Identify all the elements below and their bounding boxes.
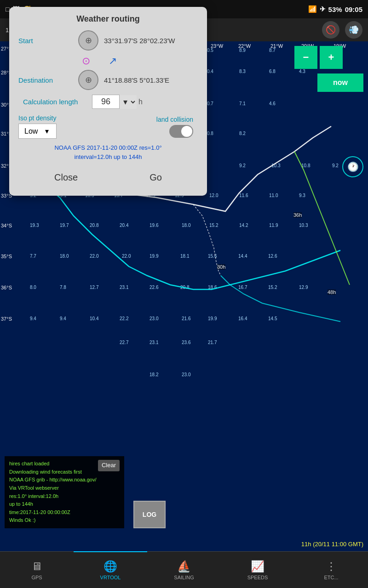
status-right: 📶 ✈ 53% 09:05	[308, 5, 362, 13]
land-collision-section: land collision	[156, 116, 198, 138]
nav-speeds-label: SPEEDS	[247, 575, 268, 580]
start-coord: 33°31.97'S 28°02.23'W	[104, 37, 175, 45]
wind-icon[interactable]: 💨	[345, 21, 362, 39]
console-line-7: time:2017-11-20 00:00:00Z	[9, 509, 120, 517]
console-line-8: Winds Ok :)	[9, 516, 120, 525]
speeds-icon: 📈	[251, 560, 264, 573]
weather-routing-dialog: Weather routing Start ⊕ 33°31.97'S 28°02…	[9, 7, 207, 196]
clock-button[interactable]: 🕐	[342, 156, 363, 177]
clock-text: 09:05	[345, 6, 362, 13]
nav-gps-label: GPS	[31, 575, 42, 580]
airplane-icon: ✈	[320, 5, 326, 13]
destination-row: Destination ⊕ 41°18.88'S 5°01.33'E	[18, 70, 198, 90]
calc-length-dropdown[interactable]: ▾	[120, 95, 137, 109]
close-button[interactable]: Close	[36, 169, 96, 187]
nav-sailing[interactable]: ⛵ SAILING	[147, 551, 221, 588]
nav-etc[interactable]: ⋮ ETC...	[294, 551, 368, 588]
iso-density-section: Iso pt density Low ▾	[18, 114, 57, 139]
iso-density-dropdown[interactable]: Low ▾	[18, 124, 57, 139]
iso-density-label: Iso pt density	[18, 114, 57, 122]
nav-speeds[interactable]: 📈 SPEEDS	[221, 551, 294, 588]
console-line-4: Via VRTool webserver	[9, 484, 120, 492]
calc-length-row: Calculation length 96 ▾ h	[23, 95, 198, 109]
vrtool-icon: 🌐	[104, 560, 117, 573]
nav-gps[interactable]: 🖥 GPS	[0, 551, 74, 588]
go-button[interactable]: Go	[131, 169, 180, 187]
nav-bar: 🖥 GPS 🌐 VRTOOL ⛵ SAILING 📈 SPEEDS ⋮ ETC.…	[0, 551, 368, 588]
clear-button[interactable]: Clear	[98, 460, 120, 471]
bottom-time: 11h (20/11 11:00 GMT)	[301, 541, 363, 548]
toggle-knob	[181, 126, 192, 137]
nav-vrtool-label: VRTOOL	[100, 575, 121, 580]
calc-unit: h	[138, 98, 143, 106]
top-bar-icons: 🚫 💨	[322, 21, 362, 39]
no-route-icon[interactable]: 🚫	[322, 21, 339, 39]
dest-coord: 41°18.88'S 5°01.33'E	[104, 76, 169, 84]
console-line-6: up to 144h	[9, 500, 120, 509]
land-collision-label: land collision	[156, 116, 193, 123]
gps-icon: 🖥	[31, 560, 42, 573]
info-text: NOAA GFS 2017-11-20 00:00Z res=1.0°inter…	[18, 143, 198, 161]
etc-icon: ⋮	[326, 560, 337, 573]
dest-crosshair-button[interactable]: ⊕	[78, 70, 98, 90]
target-icon[interactable]: ⊙	[82, 55, 90, 67]
calc-length-value: 96	[92, 95, 120, 109]
start-row: Start ⊕ 33°31.97'S 28°02.23'W	[18, 30, 198, 51]
dialog-buttons: Close Go	[18, 169, 198, 187]
calc-length-label: Calculation length	[23, 98, 92, 106]
settings-row: Iso pt density Low ▾ land collision	[18, 114, 198, 139]
log-button[interactable]: LOG	[133, 501, 166, 528]
arrow-icon[interactable]: ↗	[109, 55, 117, 67]
wifi-icon: 📶	[308, 5, 317, 13]
route-time-36h: 36h	[293, 212, 302, 218]
start-label: Start	[18, 37, 78, 45]
dialog-title: Weather routing	[18, 14, 198, 24]
dropdown-arrow: ▾	[45, 127, 49, 136]
destination-label: Destination	[18, 76, 78, 84]
console-line-5: res:1.0° interval:12.0h	[9, 492, 120, 501]
console-line-3: NOAA GFS grib - http://www.noaa.gov/	[9, 476, 120, 484]
zoom-out-button[interactable]: −	[294, 46, 317, 69]
route-time-30h: 30h	[217, 264, 225, 270]
nav-vrtool[interactable]: 🌐 VRTOOL	[74, 551, 147, 588]
start-crosshair-button[interactable]: ⊕	[78, 30, 98, 51]
now-button[interactable]: now	[317, 74, 363, 92]
sailing-icon: ⛵	[177, 560, 191, 573]
zoom-in-button[interactable]: +	[320, 46, 343, 69]
nav-sailing-label: SAILING	[174, 575, 194, 580]
battery-text: 53%	[328, 6, 342, 13]
nav-etc-label: ETC...	[324, 575, 338, 580]
icon-row: ⊙ ↗	[78, 55, 198, 67]
console-log: Clear hires chart loaded Downloading win…	[5, 456, 124, 528]
route-time-48h: 48h	[328, 289, 336, 295]
land-collision-toggle[interactable]	[169, 125, 193, 138]
